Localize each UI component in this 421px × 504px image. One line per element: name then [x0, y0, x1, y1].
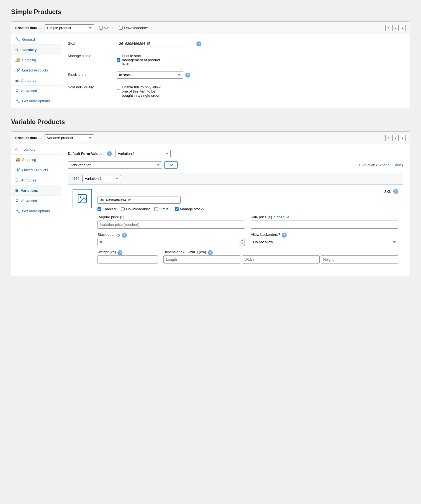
- sold-individually-checkbox[interactable]: [117, 89, 120, 93]
- downloadable-checkbox[interactable]: [119, 26, 123, 30]
- variable-panel-label: Product data —: [15, 136, 42, 140]
- variation-checks: Enabled: Downloadable: Virtual:: [97, 207, 398, 211]
- add-variation-select[interactable]: Add variation: [68, 161, 162, 169]
- var-panel-down-button[interactable]: ∨: [392, 135, 399, 141]
- simple-product-type-select[interactable]: Simple product Variable product Grouped …: [45, 24, 94, 31]
- var-downloadable-label[interactable]: Downloadable:: [121, 207, 150, 211]
- length-input[interactable]: [163, 255, 241, 263]
- regular-price-input[interactable]: [97, 221, 245, 229]
- close-link[interactable]: Close: [392, 163, 402, 167]
- sku-help-icon[interactable]: ?: [196, 41, 201, 46]
- var-sidebar-item-shipping[interactable]: 🚚 Shipping: [11, 155, 61, 165]
- var-sku-input[interactable]: [97, 196, 181, 204]
- var-panel-up-button[interactable]: ∧: [385, 135, 391, 141]
- sidebar-item-attributes[interactable]: ☰ Attributes: [11, 75, 61, 86]
- var-advanced-icon: ⚙: [15, 198, 19, 203]
- variation-sku-row: SKU ?: [97, 189, 398, 204]
- sold-individually-label: Sold individually: [68, 84, 112, 89]
- virtual-checkbox[interactable]: [99, 26, 103, 30]
- var-manage-stock-label[interactable]: Manage stock?: [175, 207, 204, 211]
- enabled-checkbox[interactable]: [97, 207, 101, 211]
- variable-main-content: Default Form Values: ? Variation 1 Add v…: [61, 144, 410, 276]
- weight-label: Weight (kg): [97, 250, 116, 254]
- stock-row: Stock quantity ? ▲ ▼: [97, 232, 398, 246]
- variable-product-type-select[interactable]: Variable product Simple product Grouped …: [45, 134, 94, 141]
- qty-spinner-down[interactable]: ▼: [240, 242, 245, 246]
- virtual-label[interactable]: Virtual:: [99, 26, 115, 30]
- var-sidebar-item-attributes[interactable]: ☰ Attributes: [11, 175, 61, 185]
- sidebar-item-inventory[interactable]: ◇ Inventory: [11, 45, 61, 55]
- panel-collapse-button[interactable]: ▲: [400, 25, 406, 31]
- sidebar-item-general[interactable]: 🔧 General: [11, 34, 61, 45]
- weight-input[interactable]: [97, 255, 158, 263]
- dimensions-help-icon[interactable]: ?: [208, 250, 213, 255]
- expand-link[interactable]: Expand: [377, 163, 389, 167]
- var-virtual-label[interactable]: Virtual:: [154, 207, 170, 211]
- sidebar-item-linked-products[interactable]: 🔗 Linked Products: [11, 65, 61, 75]
- panel-up-button[interactable]: ∧: [385, 25, 391, 31]
- var-sidebar-item-advanced[interactable]: ⚙ Advanced: [11, 196, 61, 206]
- var-virtual-checkbox[interactable]: [154, 207, 158, 211]
- simple-products-title: Simple Products: [11, 8, 410, 16]
- stock-status-field-wrap: In stock Out of stock On backorder ?: [117, 71, 403, 79]
- variation-image[interactable]: [73, 189, 92, 208]
- var-sidebar-item-variations[interactable]: ⊞ Variations: [11, 185, 61, 196]
- variable-products-panel: Product data — Variable product Simple p…: [11, 131, 410, 276]
- add-variation-row: Add variation Go 1 variation (Expand / C…: [68, 161, 403, 169]
- var-sku-help-icon[interactable]: ?: [393, 189, 398, 194]
- height-input[interactable]: [321, 255, 398, 263]
- dimension-inputs: [163, 255, 398, 263]
- stock-status-label: Stock status: [68, 71, 112, 77]
- sidebar-item-get-more-options[interactable]: 🔧 Get more options: [11, 96, 61, 106]
- sidebar-item-advanced[interactable]: ⚙ Advanced: [11, 86, 61, 96]
- stock-status-select[interactable]: In stock Out of stock On backorder: [117, 71, 183, 79]
- schedule-link[interactable]: Schedule: [274, 215, 289, 219]
- downloadable-label[interactable]: Downloadable:: [119, 26, 148, 30]
- go-button[interactable]: Go: [164, 161, 178, 169]
- allow-backorders-label: Allow backorders?: [251, 232, 280, 237]
- var-sidebar-item-get-more-options[interactable]: 🔧 Get more options: [11, 206, 61, 216]
- var-manage-stock-checkbox[interactable]: [175, 207, 179, 211]
- sidebar-item-shipping[interactable]: 🚚 Shipping: [11, 55, 61, 65]
- weight-header: Weight (kg) ?: [97, 250, 158, 255]
- width-input[interactable]: [242, 255, 320, 263]
- simple-sidebar: 🔧 General ◇ Inventory 🚚 Shipping 🔗 Linke…: [11, 34, 61, 108]
- attributes-icon: ☰: [15, 78, 19, 83]
- var-inventory-icon: ◇: [15, 147, 18, 152]
- sale-price-input[interactable]: [251, 221, 398, 229]
- svg-point-1: [80, 196, 81, 198]
- default-form-values-label: Default Form Values:: [68, 152, 104, 156]
- sold-individually-row: Sold individually Enable this to only al…: [68, 84, 403, 98]
- stock-status-help-icon[interactable]: ?: [185, 73, 190, 78]
- stock-status-row: Stock status In stock Out of stock On ba…: [68, 71, 403, 79]
- variation-name-select[interactable]: Variation 1: [82, 175, 121, 182]
- link-icon: 🔗: [15, 68, 20, 72]
- simple-products-section: Simple Products Product data — Simple pr…: [11, 8, 410, 108]
- sku-input[interactable]: [117, 40, 194, 47]
- manage-stock-checkbox[interactable]: [117, 58, 120, 62]
- var-sidebar-item-linked-products[interactable]: 🔗 Linked Products: [11, 165, 61, 175]
- var-shipping-icon: 🚚: [15, 157, 20, 162]
- variation-item: #176 Variation 1: [68, 173, 403, 268]
- simple-panel-body: 🔧 General ◇ Inventory 🚚 Shipping 🔗 Linke…: [11, 34, 410, 108]
- panel-down-button[interactable]: ∨: [392, 25, 399, 31]
- default-form-values-select[interactable]: Variation 1: [115, 150, 171, 157]
- manage-stock-checkbox-label[interactable]: Enable stock management at product level: [117, 52, 161, 66]
- stock-qty-help-icon[interactable]: ?: [122, 233, 127, 238]
- sku-label: SKU: [68, 40, 112, 45]
- sold-individually-checkbox-label[interactable]: Enable this to only allow one of this it…: [117, 84, 161, 98]
- stock-quantity-input[interactable]: [97, 238, 245, 246]
- variable-products-title: Variable Products: [11, 118, 410, 126]
- var-panel-collapse-button[interactable]: ▲: [400, 135, 406, 141]
- backorders-help-icon[interactable]: ?: [282, 233, 287, 238]
- backorders-select[interactable]: Do not allow Allow, but notify customer …: [251, 238, 398, 246]
- qty-spinner-up[interactable]: ▲: [240, 239, 245, 242]
- var-sidebar-item-inventory[interactable]: ◇ Inventory: [11, 144, 61, 155]
- weight-dimensions-row: Weight (kg) ? Dimensions (L×W×H) (cm) ?: [97, 250, 398, 263]
- stock-qty-wrap: ▲ ▼: [97, 238, 245, 246]
- var-downloadable-checkbox[interactable]: [121, 207, 125, 211]
- weight-help-icon[interactable]: ?: [117, 250, 122, 255]
- default-form-help-icon[interactable]: ?: [107, 151, 112, 156]
- var-link-icon: 🔗: [15, 168, 20, 172]
- enabled-label[interactable]: Enabled:: [97, 207, 117, 211]
